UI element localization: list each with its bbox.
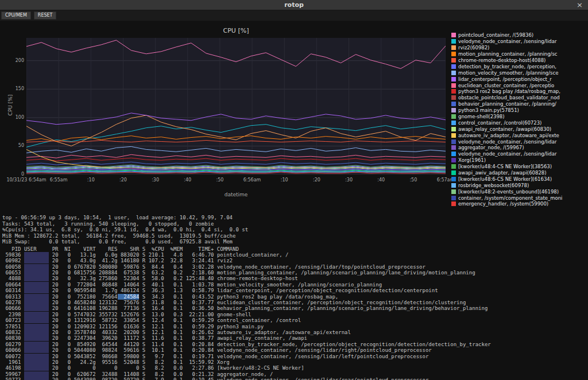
y-tick-label: 200 [5,58,24,63]
legend-item[interactable]: Xorg(1961) [451,157,587,164]
table-row: 60653 20 0 6815756 208884 67538 S 63.2 0… [2,270,588,276]
legend-label: motion_velocity_smoother, /planning/sce [458,70,558,76]
legend-item[interactable]: python3 main.py(57851) [451,107,587,114]
legend-label: velodyne_node_container, /sensing/lidar [458,38,556,44]
legend-item[interactable]: euclidean_cluster_container, /perceptio [451,82,587,88]
table-row: 60832 20 0 3578740 40332 20200 S 12.1 0.… [2,329,588,335]
legend-item[interactable]: control_container, /control(60723) [451,119,587,126]
cell-text: 20 0 4658240 123132 75676 S 31.8 0.1 0:3… [49,300,466,305]
legend-label: velodyne_node_container, /sensing/lidar [458,151,556,157]
legend-item[interactable]: autoware_iv_adaptor, /autoware_api/exte [451,132,587,138]
cell-pid: 60072 [2,354,24,359]
legend-swatch-icon [451,114,456,119]
series-line [26,162,446,165]
legend-swatch-icon [451,170,456,175]
cell-pid: 59836 [2,252,24,258]
legend-label: behavior_planning_container, /planning/ [458,101,556,107]
legend-swatch-icon [451,108,456,113]
legend-label: awapi_awiv_adapter, /awapi(60828) [458,170,547,176]
process-table: PID USER PR NI VIRT RES SHR S %CPU %MEM … [2,246,588,380]
cell-shr-highlighted: 24584 [118,294,140,300]
legend-item[interactable]: aggregator_node, /(59967) [451,145,587,151]
legend-item[interactable]: motion_velocity_smoother, /planning/sce [451,69,587,76]
legend-item[interactable]: behavior_planning_container, /planning/ [451,101,587,107]
cell-text: 20 0 6767820 580080 59876 S 84.4 0.4 3:0… [49,264,425,270]
cpu-chart-plot-area[interactable] [26,38,446,175]
cell-pid: 60314 [2,288,24,293]
legend-label: [kworker/u48:4-CS NE Worker](38563) [458,164,552,169]
cell-pid: 60313 [2,294,24,300]
y-tick-label: 150 [5,86,24,91]
legend-swatch-icon [451,39,456,44]
cell-user-redacted [24,354,49,359]
legend-swatch-icon [451,158,456,162]
cell-text: 20 0 6815756 208884 67538 S 63.2 0.2 2:1… [49,270,475,276]
table-row: 46198 20 0 0 0 0 S 8.2 0.0 2:27.86 [kwor… [2,365,588,371]
legend-item[interactable]: awapi_awiv_adapter, /awapi(60828) [451,170,587,176]
legend-item[interactable]: velodyne_node_container, /sensing/lidar [451,138,587,145]
table-row: 60072 20 0 5043852 98668 59800 S 9.7 0.1… [2,354,588,359]
legend-item[interactable]: container, /system/component_state_moni [451,195,587,201]
legend-label: rosbridge_websocket(60978) [458,183,529,188]
legend-item[interactable]: rviz2(60982) [451,45,587,51]
table-row: 60066 20 0 5044080 98824 59616 S 10.1 0.… [2,347,588,353]
cell-text: 20 0 13.1g 6.0g 883020 S 210.1 4.8 6:46.… [49,252,288,258]
cell-text: 20 0 5044080 98824 59616 S 10.1 0.1 0:20… [49,347,431,353]
legend-swatch-icon [451,189,456,194]
cell-text: 20 0 2247304 39620 11172 S 11.6 0.1 0:38… [49,335,307,341]
legend-item[interactable]: chrome-remote-desktop-host(4088) [451,57,587,64]
cell-user-redacted [24,335,49,341]
legend-swatch-icon [451,121,456,125]
legend-item[interactable]: detection_by_tracker_node, /perception, [451,63,587,69]
y-tick-label: 0 [5,172,24,177]
window-title: rotop [284,1,304,9]
legend-item[interactable]: [kworker/u48:2-events_unbound](46198) [451,188,587,195]
legend-swatch-icon [451,145,456,150]
table-row: 57851 20 0 1209032 121156 61636 S 12.1 0… [2,324,588,329]
legend-swatch-icon [451,95,456,100]
chart-legend: pointcloud_container, /(59836)velodyne_n… [451,32,587,207]
legend-item[interactable]: pointcloud_container, /(59836) [451,32,587,38]
cell-text: 20 0 772804 86848 14064 S 40.1 0.1 1:03.… [49,282,382,288]
cell-user-redacted [24,252,49,258]
cell-user-redacted [24,294,49,300]
legend-item[interactable]: motion_planning_container, /planning/sc [451,51,587,57]
legend-item[interactable]: awapi_relay_container, /awapi(60830) [451,126,587,132]
cell-pid: 60058 [2,264,24,270]
legend-item[interactable]: lidar_centerpoint, /perception/object_r [451,76,587,82]
legend-swatch-icon [451,45,456,50]
table-row: 60723 20 0 1312916 58732 33054 S 12.4 0.… [2,317,588,323]
window-close-button[interactable]: × [577,0,583,10]
table-row: 60313 20 0 752180 75664 24584 S 34.3 0.1… [2,294,588,300]
legend-item[interactable]: gnome-shell(2398) [451,114,587,120]
tab-cpu-mem[interactable]: CPU/MEM [1,11,31,20]
legend-item[interactable]: velodyne_node_container, /sensing/lidar [451,151,587,157]
cell-pid: 59773 [2,377,24,380]
cell-text: 20 0 9059548 1.7g 486124 S 36.3 1.3 0:58… [49,288,438,293]
legend-item[interactable]: [kworker/u48:6-CS NE Worker](61634) [451,176,587,182]
legend-item[interactable]: python3 ros2 bag play /data/rosbag_map, [451,88,587,95]
cell-text: 20 0 854920 64544 44120 S 11.4 0.1 0:20.… [49,342,490,347]
legend-item[interactable]: rosbridge_websocket(60978) [451,182,587,188]
cell-text: 20 0 5043980 98720 59720 S 7.9 0.1 0:19.… [49,377,428,380]
cell-user-redacted [24,329,49,335]
reset-button[interactable]: RESET [34,11,57,20]
legend-item[interactable]: obstacle_pointcloud_based_validator_nod [451,95,587,101]
legend-item[interactable]: velodyne_node_container, /sensing/lidar [451,38,587,45]
y-tick-label: 100 [5,115,24,120]
cell-user-redacted [24,300,49,305]
cell-text: 20 0 620672 32488 11408 S 8.2 0.0 0:21.3… [49,371,273,377]
series-line [26,113,446,125]
top-summary-text: top - 06:56:59 up 3 days, 10:54, 1 user,… [2,215,588,245]
cell-pid: 57851 [2,324,24,329]
legend-label: obstacle_pointcloud_based_validator_nod [458,95,560,100]
table-row: 60982 20 0 43.0g 41.2g 146180 R 107.2 32… [2,258,588,263]
series-line [26,141,446,142]
legend-label: rviz2(60982) [458,45,489,51]
legend-swatch-icon [451,127,456,131]
cell-user-redacted [24,282,49,288]
table-row: 59967 20 0 620672 32488 11408 S 8.2 0.0 … [2,371,588,377]
legend-item[interactable]: [kworker/u48:4-CS NE Worker](38563) [451,164,587,170]
legend-item[interactable]: emergency_handler, /system(59900) [451,201,587,207]
legend-label: pointcloud_container, /(59836) [458,32,533,38]
